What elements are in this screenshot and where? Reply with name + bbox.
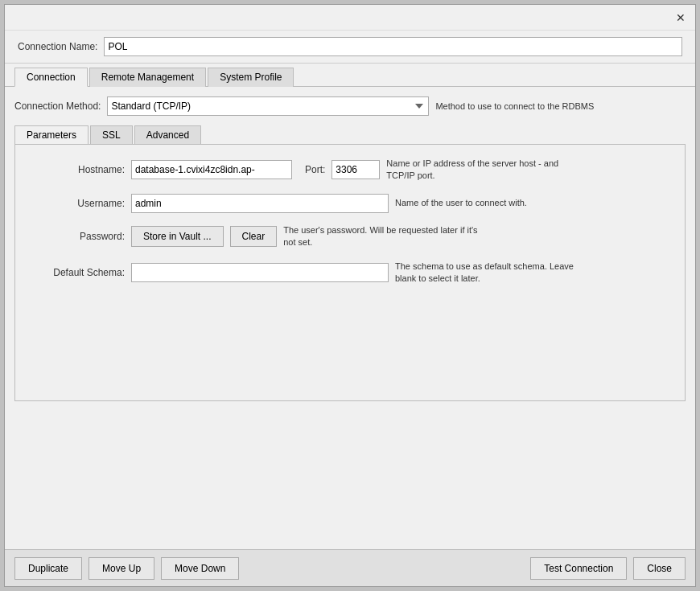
password-description: The user's password. Will be requested l… xyxy=(283,224,484,249)
close-icon[interactable]: ✕ xyxy=(673,10,689,26)
tab-remote-management[interactable]: Remote Management xyxy=(89,68,206,87)
hostname-description: Name or IP address of the server host - … xyxy=(386,158,587,183)
connection-method-select[interactable]: Standard (TCP/IP) xyxy=(107,96,429,116)
connection-name-input[interactable] xyxy=(104,37,682,56)
inner-tabs: Parameters SSL Advanced xyxy=(14,125,686,144)
password-row: Password: Store in Vault ... Clear The u… xyxy=(28,224,672,249)
port-input[interactable] xyxy=(331,160,380,179)
hostname-input[interactable] xyxy=(131,160,292,179)
default-schema-label: Default Schema: xyxy=(28,267,125,278)
footer-right: Test Connection Close xyxy=(530,557,686,580)
method-description: Method to use to connect to the RDBMS xyxy=(435,101,594,111)
tab-parameters[interactable]: Parameters xyxy=(14,125,89,144)
store-in-vault-button[interactable]: Store in Vault ... xyxy=(131,226,224,247)
tab-connection[interactable]: Connection xyxy=(14,68,88,87)
move-up-button[interactable]: Move Up xyxy=(89,557,154,580)
connection-method-row: Connection Method: Standard (TCP/IP) Met… xyxy=(14,96,686,116)
main-content: Connection Method: Standard (TCP/IP) Met… xyxy=(5,87,695,549)
default-schema-description: The schema to use as default schema. Lea… xyxy=(395,261,596,285)
username-row: Username: Name of the user to connect wi… xyxy=(28,194,672,213)
main-tabs: Connection Remote Management System Prof… xyxy=(5,64,695,87)
close-button[interactable]: Close xyxy=(633,557,686,580)
duplicate-button[interactable]: Duplicate xyxy=(14,557,82,580)
footer-left: Duplicate Move Up Move Down xyxy=(14,557,239,580)
connection-name-row: Connection Name: xyxy=(5,31,695,64)
tab-system-profile[interactable]: System Profile xyxy=(208,68,294,87)
title-bar: ✕ xyxy=(5,5,695,31)
default-schema-row: Default Schema: The schema to use as def… xyxy=(28,261,672,285)
password-buttons: Store in Vault ... Clear xyxy=(131,226,277,247)
username-description: Name of the user to connect with. xyxy=(395,197,527,209)
params-panel: Hostname: Port: Name or IP address of th… xyxy=(14,144,686,401)
connection-method-label: Connection Method: xyxy=(14,101,101,112)
move-down-button[interactable]: Move Down xyxy=(161,557,239,580)
tab-advanced[interactable]: Advanced xyxy=(134,125,201,144)
dialog: ✕ Connection Name: Connection Remote Man… xyxy=(4,4,696,587)
hostname-label: Hostname: xyxy=(28,164,125,175)
footer-bar: Duplicate Move Up Move Down Test Connect… xyxy=(5,549,695,586)
connection-name-label: Connection Name: xyxy=(18,41,97,52)
password-label: Password: xyxy=(28,231,125,242)
tab-ssl[interactable]: SSL xyxy=(90,125,133,144)
username-input[interactable] xyxy=(131,194,389,213)
clear-button[interactable]: Clear xyxy=(230,226,278,247)
test-connection-button[interactable]: Test Connection xyxy=(530,557,627,580)
username-label: Username: xyxy=(28,198,125,209)
hostname-row: Hostname: Port: Name or IP address of th… xyxy=(28,158,672,183)
port-label: Port: xyxy=(305,164,325,175)
default-schema-input[interactable] xyxy=(131,263,389,282)
